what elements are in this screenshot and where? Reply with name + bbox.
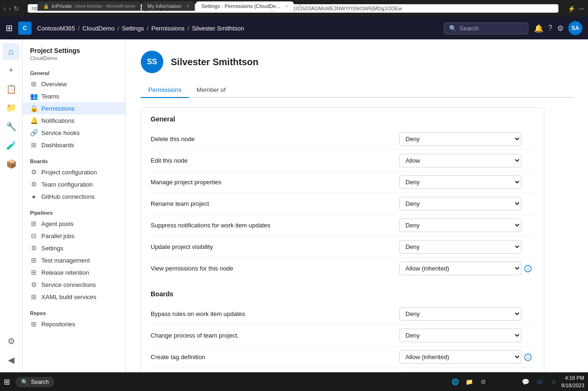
test-mgmt-icon: ⊞ xyxy=(30,256,38,264)
permission-select[interactable]: AllowDenyAllow (inherited)Deny (inherite… xyxy=(399,240,521,254)
tab-member-of[interactable]: Member of xyxy=(189,83,233,98)
permission-info-icon[interactable]: i xyxy=(521,353,535,361)
permission-select[interactable]: AllowDenyAllow (inherited)Deny (inherite… xyxy=(399,329,521,342)
permission-select[interactable]: AllowDenyAllow (inherited)Deny (inherite… xyxy=(399,350,521,364)
sidebar-label-repositories: Repositories xyxy=(41,321,75,328)
sidebar-item-test-management[interactable]: ⊞ Test management xyxy=(23,254,125,266)
taskbar-icon-mail[interactable]: ✉ xyxy=(492,376,503,388)
sidebar-label-service-hooks: Service hooks xyxy=(41,129,80,136)
browser-nav-controls[interactable]: ‹ › ↻ xyxy=(4,5,19,12)
taskbar-icon-teams[interactable]: 💬 xyxy=(520,376,531,388)
notifications-icon[interactable]: 🔔 xyxy=(534,24,543,33)
taskbar-icon-word[interactable]: W xyxy=(534,376,545,388)
sidebar-item-project-config[interactable]: ⚙ Project configuration xyxy=(23,166,125,178)
settings-icon[interactable]: ⋯ xyxy=(578,5,584,12)
permission-select[interactable]: AllowDenyAllow (inherited)Deny (inherite… xyxy=(399,132,521,146)
sidebar-item-github[interactable]: ● GitHub connections xyxy=(23,190,125,203)
breadcrumb-org[interactable]: ContosoM365 xyxy=(37,25,75,32)
sidebar-item-overview[interactable]: ⊞ Overview xyxy=(23,78,125,90)
taskbar-search[interactable]: 🔍 Search xyxy=(15,377,54,387)
browser-tab-myinfo[interactable]: My Information × xyxy=(142,1,195,11)
boards-permission-rows: Bypass rules on work item updatesAllowDe… xyxy=(151,303,535,372)
permission-select[interactable]: AllowDenyAllow (inherited)Deny (inherite… xyxy=(399,262,521,275)
user-avatar[interactable]: SA xyxy=(568,21,582,35)
general-permission-rows: Delete this nodeAllowDenyAllow (inherite… xyxy=(151,128,535,279)
sidebar-item-parallel-jobs[interactable]: ⊟ Parallel jobs xyxy=(23,230,125,242)
permission-label: Change process of team project. xyxy=(151,332,399,339)
breadcrumb-permissions[interactable]: Permissions xyxy=(151,25,184,32)
service-connections-icon: ⚙ xyxy=(30,281,38,288)
sidebar-item-pipeline-settings[interactable]: ⚙ Settings xyxy=(23,242,125,254)
section-boards-title: Boards xyxy=(151,290,535,298)
extensions-icon[interactable]: ⚡ xyxy=(568,5,575,12)
parallel-jobs-icon: ⊟ xyxy=(30,232,38,240)
help-icon[interactable]: ? xyxy=(548,24,552,32)
sidebar-item-service-connections[interactable]: ⚙ Service connections xyxy=(23,278,125,291)
sidebar-label-parallel-jobs: Parallel jobs xyxy=(41,233,75,240)
permission-select[interactable]: AllowDenyAllow (inherited)Deny (inherite… xyxy=(399,307,521,321)
global-search-box[interactable]: 🔍 Search xyxy=(444,23,528,34)
breadcrumb-project[interactable]: CloudDemo xyxy=(83,25,115,32)
sidebar-item-team-config[interactable]: ⚙ Team configuration xyxy=(23,178,125,190)
sidebar-item-release-retention[interactable]: ⊞ Release retention xyxy=(23,266,125,278)
permission-select[interactable]: AllowDenyAllow (inherited)Deny (inherite… xyxy=(399,218,521,232)
browser-tab-settings[interactable]: Settings - Permissions (CloudDe... × xyxy=(196,1,294,11)
user-tabs: Permissions Member of xyxy=(141,83,573,98)
permission-info-icon[interactable]: i xyxy=(521,265,535,272)
sidebar-pipelines-header: Pipelines xyxy=(23,206,125,218)
forward-icon[interactable]: › xyxy=(9,5,11,12)
permission-select[interactable]: AllowDenyAllow (inherited)Deny (inherite… xyxy=(399,175,521,189)
rail-icon-testplans[interactable]: 🧪 xyxy=(3,137,20,154)
sidebar-label-permissions: Permissions xyxy=(41,105,75,112)
permission-select[interactable]: AllowDenyAllow (inherited)Deny (inherite… xyxy=(399,197,521,211)
tab-close-myinfo[interactable]: × xyxy=(186,3,189,9)
reload-icon[interactable]: ↻ xyxy=(14,5,19,12)
breadcrumb-settings[interactable]: Settings xyxy=(122,25,144,32)
browser-tab-inprivate[interactable]: 🔒 InPrivate Azure DevOps - Microsoft Azu… xyxy=(38,1,141,11)
sidebar-item-repositories[interactable]: ⊞ Repositories xyxy=(23,318,125,330)
rail-icon-artifacts[interactable]: 📦 xyxy=(3,156,20,173)
section-general: General Delete this nodeAllowDenyAllow (… xyxy=(151,115,535,279)
service-hooks-icon: 🔗 xyxy=(30,129,38,136)
sidebar-item-service-hooks[interactable]: 🔗 Service hooks xyxy=(23,127,125,139)
tab-permissions[interactable]: Permissions xyxy=(141,83,189,98)
taskbar-date-display: 8/18/2023 xyxy=(561,382,584,389)
org-logo[interactable]: C xyxy=(18,22,31,35)
rail-icon-home[interactable]: ⌂ xyxy=(3,43,20,60)
sidebar-item-dashboards[interactable]: ⊞ Dashboards xyxy=(23,139,125,151)
rail-icon-settings[interactable]: ⚙ xyxy=(3,333,20,350)
team-config-icon: ⚙ xyxy=(30,180,38,188)
sidebar-label-teams: Teams xyxy=(41,93,59,100)
taskbar-icon-settings[interactable]: ⚙ xyxy=(478,376,489,388)
taskbar-icon-edge[interactable]: 🌐 xyxy=(450,376,461,388)
rail-icon-create[interactable]: + xyxy=(3,62,20,79)
search-icon: 🔍 xyxy=(449,25,457,32)
sidebar-project-title: Project Settings xyxy=(23,47,125,55)
permission-label: Edit this node xyxy=(151,157,399,164)
sidebar-project-subtitle: CloudDemo xyxy=(23,55,125,67)
repositories-icon: ⊞ xyxy=(30,320,38,328)
taskbar-icon-excel[interactable]: X xyxy=(548,376,559,388)
notifications-icon-sidebar: 🔔 xyxy=(30,117,38,124)
tab-close-settings[interactable]: × xyxy=(285,3,288,9)
taskbar-icon-explorer[interactable]: 📁 xyxy=(464,376,475,388)
start-button[interactable]: ⊞ xyxy=(4,377,10,386)
rail-icon-repos[interactable]: 📁 xyxy=(3,99,20,116)
back-icon[interactable]: ‹ xyxy=(4,5,6,12)
sidebar-item-teams[interactable]: 👥 Teams xyxy=(23,90,125,102)
rail-icon-collapse[interactable]: ◀ xyxy=(3,352,20,368)
rail-icon-pipelines[interactable]: 🔧 xyxy=(3,118,20,135)
permission-row: Rename team projectAllowDenyAllow (inher… xyxy=(151,193,535,215)
sidebar-boards-header: Boards xyxy=(23,155,125,166)
permission-label: Manage project properties xyxy=(151,179,399,186)
new-tab-button[interactable]: + xyxy=(295,0,306,11)
sidebar-item-notifications[interactable]: 🔔 Notifications xyxy=(23,114,125,127)
rail-icon-boards[interactable]: 📋 xyxy=(3,81,20,98)
waffle-icon[interactable]: ⊞ xyxy=(6,23,13,33)
taskbar-icon-store[interactable]: 🛍 xyxy=(506,376,517,388)
permission-select[interactable]: AllowDenyAllow (inherited)Deny (inherite… xyxy=(399,154,521,167)
settings-gear-icon[interactable]: ⚙ xyxy=(557,24,564,33)
sidebar-item-agent-pools[interactable]: ⊞ Agent pools xyxy=(23,218,125,230)
sidebar-item-permissions[interactable]: 🔒 Permissions xyxy=(23,102,125,114)
sidebar-item-xaml[interactable]: ⊞ XAML build services xyxy=(23,291,125,303)
